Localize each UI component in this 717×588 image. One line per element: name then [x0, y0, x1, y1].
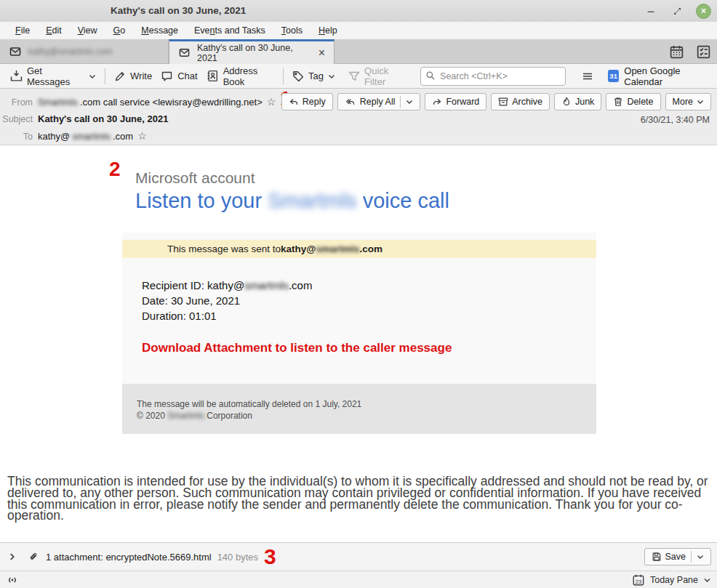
message-tab-icon — [178, 47, 191, 58]
write-icon — [114, 71, 126, 82]
attachment-bar: 1 attachment: encryptedNote.5669.html 14… — [0, 542, 717, 571]
menu-item-go[interactable]: Go — [105, 25, 134, 36]
to-blurred-domain: smartmls — [72, 131, 111, 142]
restore-button[interactable] — [670, 4, 684, 18]
save-attachment-button[interactable]: Save — [644, 548, 712, 565]
star-icon[interactable]: ☆ — [267, 96, 276, 108]
call-info-block: Recipient ID: kathy@smartmls.com Date: 3… — [142, 278, 596, 323]
button-divider — [691, 551, 692, 563]
tab-close-icon[interactable]: × — [319, 47, 325, 59]
status-bar: 23 Today Pane — [0, 571, 717, 588]
subject-label: Subject — [0, 114, 33, 124]
tab-label: Kathy's call on 30 June, 2021 — [197, 43, 312, 63]
write-button[interactable]: Write — [110, 67, 156, 86]
thunderbird-window: Kathy's call on 30 June, 2021 × File Edi… — [0, 0, 717, 588]
message-header: From Smartmls.com call service <lewisray… — [0, 89, 717, 145]
annotation-3: 3 — [264, 546, 276, 568]
legal-disclaimer: This communication is intended for use b… — [7, 476, 711, 522]
menu-item-tools[interactable]: Tools — [273, 25, 311, 36]
date-line: Date: 30 June, 2021 — [142, 293, 596, 308]
google-calendar-icon: 31 — [608, 70, 619, 82]
reply-all-dropdown[interactable] — [406, 99, 413, 105]
titlebar: Kathy's call on 30 June, 2021 × — [0, 0, 717, 23]
app-menu-button[interactable] — [579, 69, 596, 84]
subject-row: Subject Kathy's call on 30 June, 2021 — [0, 113, 168, 124]
star-icon[interactable]: ☆ — [137, 130, 147, 142]
tab-message-active[interactable]: Kathy's call on 30 June, 2021 × — [169, 39, 335, 64]
archive-button[interactable]: Archive — [491, 93, 550, 110]
toolbar-separator — [105, 68, 105, 84]
from-address: .com call service <lewisray@ewdrilling.n… — [80, 97, 263, 108]
close-button[interactable]: × — [696, 4, 711, 19]
quick-filter-button[interactable]: Quick Filter — [344, 67, 410, 86]
chat-button[interactable]: Chat — [156, 67, 201, 86]
menu-item-edit[interactable]: Edit — [38, 25, 70, 36]
window-controls: × — [644, 0, 711, 22]
annotation-2: 2 — [109, 159, 121, 180]
search-input[interactable] — [420, 67, 566, 86]
more-button[interactable]: More — [665, 93, 711, 110]
today-pane-toggle[interactable]: 23 Today Pane — [632, 573, 711, 587]
to-row: To kathy@smartmls.com ☆ — [0, 130, 147, 142]
tag-button[interactable]: Tag — [288, 67, 340, 86]
paperclip-icon — [29, 551, 39, 563]
junk-button[interactable]: Junk — [554, 93, 601, 110]
address-book-button[interactable]: Address Book — [202, 67, 279, 86]
sent-to-banner: This message was sent to kathy@smartmls.… — [122, 240, 596, 258]
download-attachment-text: Download Attachment to listen to the cal… — [142, 341, 596, 355]
minimize-button[interactable] — [644, 4, 658, 18]
from-label: From — [0, 97, 33, 108]
to-tld: .com — [113, 131, 133, 142]
chat-icon — [161, 71, 173, 82]
tab-label-blurred: kathy@smartmls.com — [28, 47, 113, 57]
attachment-summary[interactable]: 1 attachment: encryptedNote.5669.html — [46, 552, 212, 563]
tab-mail-account[interactable]: kathy@smartmls.com — [0, 39, 169, 64]
forward-button[interactable]: Forward — [425, 93, 486, 110]
reply-all-button[interactable]: Reply All — [337, 93, 421, 110]
message-body-pane: 2 Microsoft account Listen to your Smart… — [0, 145, 717, 542]
to-label: To — [0, 132, 33, 142]
tasks-tab-button[interactable] — [696, 44, 711, 60]
email-headline: Listen to your Smartmls voice call — [135, 189, 449, 213]
menu-item-help[interactable]: Help — [311, 25, 345, 36]
recipient-blurred-domain: smartmls — [244, 278, 289, 293]
microsoft-account-text: Microsoft account — [135, 169, 255, 187]
menu-item-events-and-tasks[interactable]: Events and Tasks — [186, 25, 273, 36]
message-date: 6/30/21, 3:40 PM — [641, 115, 710, 125]
menu-item-view[interactable]: View — [70, 25, 105, 36]
main-toolbar: Get Messages Write Chat — [0, 64, 717, 89]
reply-button[interactable]: Reply — [281, 93, 333, 110]
attachment-size: 140 bytes — [217, 552, 258, 563]
tab-bar: kathy@smartmls.com Kathy's call on 30 Ju… — [0, 39, 717, 64]
button-divider — [400, 96, 401, 108]
calendar-tab-button[interactable] — [669, 44, 684, 60]
quick-filter-icon — [348, 71, 360, 82]
banner-blurred-domain: smartmls — [316, 243, 360, 254]
copyright-blurred-brand: Smartmls — [167, 410, 204, 422]
svg-text:23: 23 — [636, 578, 642, 584]
message-actions: Reply Reply All Forward — [281, 93, 711, 110]
get-messages-button[interactable]: Get Messages — [6, 67, 84, 86]
get-messages-icon — [10, 70, 23, 82]
menu-item-message[interactable]: Message — [133, 25, 186, 36]
delete-button[interactable]: Delete — [606, 93, 660, 110]
to-user: kathy@ — [38, 131, 70, 142]
tabbar-right-buttons — [669, 39, 711, 64]
search-box — [420, 67, 566, 86]
get-messages-dropdown[interactable] — [84, 67, 100, 86]
open-google-calendar-button[interactable]: 31 Open Google Calendar — [608, 65, 711, 87]
menu-item-file[interactable]: File — [7, 25, 38, 36]
copyright-line: © 2020 Smartmls Corporation — [137, 410, 596, 422]
toolbar-separator — [283, 68, 284, 84]
recipient-line: Recipient ID: kathy@smartmls.com — [142, 278, 596, 293]
auto-delete-line: The message will be automatically delete… — [137, 398, 596, 410]
menu-bar: File Edit View Go Message Events and Tas… — [0, 22, 717, 39]
chat-status-icon[interactable] — [6, 574, 19, 586]
subject-value: Kathy's call on 30 June, 2021 — [38, 113, 168, 124]
mail-tab-icon — [9, 46, 22, 57]
headline-blurred-brand: Smartmls — [268, 189, 356, 213]
attachment-expander-icon[interactable] — [6, 552, 19, 561]
email-footer: The message will be automatically delete… — [122, 384, 596, 434]
from-row: From Smartmls.com call service <lewisray… — [0, 96, 276, 108]
save-dropdown[interactable] — [697, 554, 704, 560]
